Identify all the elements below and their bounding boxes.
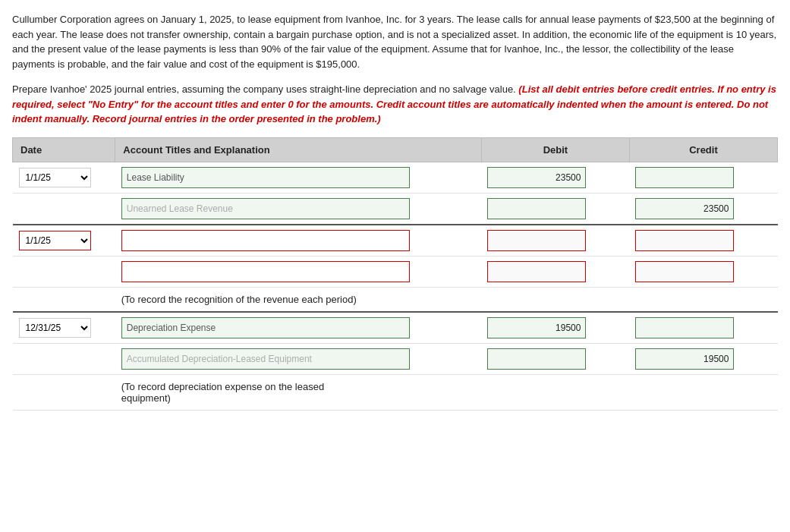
note-text-1: (To record the recognition of the revenu… <box>115 287 778 312</box>
debit-cell-2b[interactable] <box>481 256 629 287</box>
table-row: 12/31/25 1/1/25 <box>13 312 778 344</box>
account-cell-1b[interactable] <box>115 193 482 225</box>
credit-cell-2b[interactable] <box>629 256 777 287</box>
debit-input-1b[interactable] <box>487 198 586 219</box>
instruction-paragraph: Prepare Ivanhoe' 2025 journal entries, a… <box>12 82 778 127</box>
col-header-credit: Credit <box>629 137 777 162</box>
credit-input-1b[interactable] <box>635 198 734 219</box>
account-cell-2b[interactable] <box>115 256 482 287</box>
note-text-2: (To record depreciation expense on the l… <box>115 374 778 410</box>
account-cell-3b[interactable] <box>115 343 482 374</box>
account-input-1a[interactable] <box>121 167 410 188</box>
table-row: 1/1/25 12/31/25 <box>13 225 778 257</box>
credit-input-1a[interactable] <box>635 167 734 188</box>
date-select-2[interactable]: 1/1/25 12/31/25 <box>19 231 91 250</box>
table-row <box>13 256 778 287</box>
credit-input-3b[interactable] <box>635 348 734 370</box>
date-cell-3b <box>13 343 115 374</box>
debit-input-3a[interactable] <box>487 317 586 338</box>
account-cell-3a[interactable] <box>115 312 482 344</box>
col-header-date: Date <box>13 137 115 162</box>
account-input-2b[interactable] <box>121 261 410 282</box>
note-row-1: (To record the recognition of the revenu… <box>13 287 778 312</box>
table-row <box>13 193 778 225</box>
credit-input-3a[interactable] <box>635 317 734 338</box>
date-cell-3a[interactable]: 12/31/25 1/1/25 <box>13 312 115 344</box>
debit-input-2a[interactable] <box>487 230 586 251</box>
date-cell-1b <box>13 193 115 225</box>
credit-cell-1a[interactable] <box>629 162 777 193</box>
debit-input-3b[interactable] <box>487 348 586 370</box>
account-cell-1a[interactable] <box>115 162 482 193</box>
debit-cell-2a[interactable] <box>481 225 629 257</box>
account-input-3a[interactable] <box>121 317 410 338</box>
col-header-account: Account Titles and Explanation <box>115 137 482 162</box>
date-cell-1[interactable]: 1/1/25 12/31/25 <box>13 162 115 193</box>
debit-input-2b[interactable] <box>487 261 586 282</box>
credit-cell-1b[interactable] <box>629 193 777 225</box>
date-cell-2b <box>13 256 115 287</box>
table-row <box>13 343 778 374</box>
col-header-debit: Debit <box>481 137 629 162</box>
credit-cell-3a[interactable] <box>629 312 777 344</box>
debit-cell-1b[interactable] <box>481 193 629 225</box>
debit-cell-3a[interactable] <box>481 312 629 344</box>
date-select-3[interactable]: 12/31/25 1/1/25 <box>19 318 91 338</box>
debit-input-1a[interactable] <box>487 167 586 188</box>
credit-cell-3b[interactable] <box>629 343 777 374</box>
note-row-2: (To record depreciation expense on the l… <box>13 374 778 410</box>
table-row: 1/1/25 12/31/25 <box>13 162 778 193</box>
debit-cell-1a[interactable] <box>481 162 629 193</box>
account-cell-2a[interactable] <box>115 225 482 257</box>
credit-cell-2a[interactable] <box>629 225 777 257</box>
credit-input-2a[interactable] <box>635 230 734 251</box>
date-cell-2a[interactable]: 1/1/25 12/31/25 <box>13 225 115 257</box>
credit-input-2b[interactable] <box>635 261 734 282</box>
date-select-1[interactable]: 1/1/25 12/31/25 <box>19 168 91 187</box>
journal-table: Date Account Titles and Explanation Debi… <box>12 137 778 411</box>
account-input-2a[interactable] <box>121 230 410 251</box>
account-input-3b[interactable] <box>121 348 410 370</box>
account-input-1b[interactable] <box>121 198 410 219</box>
instruction-normal: Prepare Ivanhoe' 2025 journal entries, a… <box>12 83 516 95</box>
intro-paragraph: Cullumber Corporation agrees on January … <box>12 12 778 71</box>
debit-cell-3b[interactable] <box>481 343 629 374</box>
